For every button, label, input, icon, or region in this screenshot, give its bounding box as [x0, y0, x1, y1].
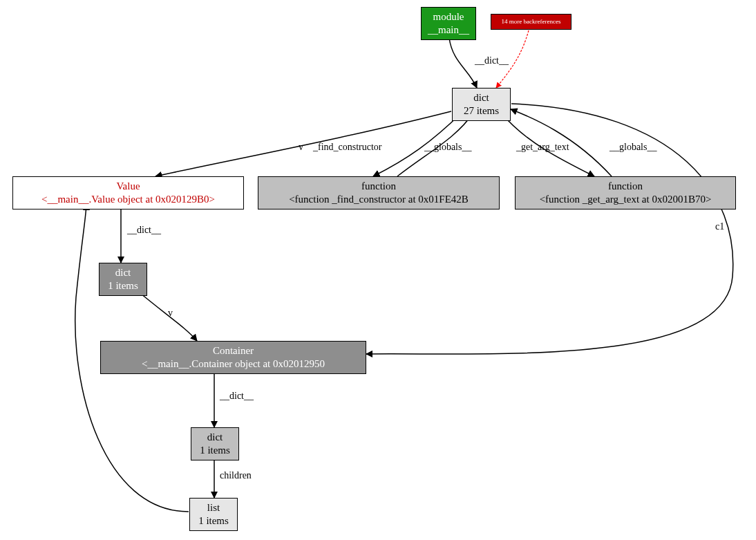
edge-label-value-dict: __dict__ [127, 225, 161, 236]
edge-label-get-arg: _get_arg_text [516, 142, 569, 153]
node-dict1b-line1: dict [197, 431, 233, 444]
edge-label-v2: v [168, 308, 173, 319]
node-func1: function <function _find_constructor at … [258, 176, 500, 210]
node-dict1b-line2: 1 items [197, 444, 233, 457]
edge-label-children: children [220, 470, 252, 481]
edge-label-find-ctor: _find_constructor [313, 142, 382, 153]
node-dict1a-line2: 1 items [105, 279, 141, 292]
node-dict27: dict 27 items [452, 88, 511, 121]
node-value-line2: <__main__.Value object at 0x020129B0> [19, 193, 238, 206]
node-value: Value <__main__.Value object at 0x020129… [12, 176, 244, 210]
node-func1-line1: function [264, 180, 493, 193]
edge-label-globals1: __globals__ [424, 142, 471, 153]
node-container-line1: Container [106, 344, 360, 357]
node-dict27-line1: dict [458, 91, 504, 104]
node-func2-line2: <function _get_arg_text at 0x02001B70> [521, 193, 730, 206]
node-backrefs: 14 more backreferences [491, 14, 571, 30]
node-list1: list 1 items [189, 498, 238, 531]
node-list1-line1: list [196, 501, 231, 514]
node-module-line1: module [427, 10, 470, 24]
node-dict1a: dict 1 items [99, 263, 147, 296]
edge-label-v: v [299, 142, 303, 153]
node-backrefs-text: 14 more backreferences [497, 18, 565, 26]
edge-label-c1: c1 [715, 221, 724, 232]
node-func2-line1: function [521, 180, 730, 193]
node-dict1b: dict 1 items [191, 427, 239, 460]
diagram-canvas: module __main__ 14 more backreferences d… [0, 0, 756, 540]
node-list1-line2: 1 items [196, 514, 231, 528]
edge-label-module-dict27: __dict__ [475, 55, 509, 66]
node-module-line2: __main__ [427, 24, 470, 37]
node-dict27-line2: 27 items [458, 104, 504, 118]
node-value-line1: Value [19, 180, 238, 193]
node-func1-line2: <function _find_constructor at 0x01FE42B [264, 193, 493, 206]
node-container: Container <__main__.Container object at … [100, 341, 366, 374]
node-dict1a-line1: dict [105, 266, 141, 279]
edge-label-cont-dict: __dict__ [220, 391, 254, 402]
edge-label-globals2: __globals__ [609, 142, 656, 153]
node-func2: function <function _get_arg_text at 0x02… [515, 176, 736, 210]
node-module: module __main__ [421, 7, 476, 40]
node-container-line2: <__main__.Container object at 0x02012950 [106, 357, 360, 371]
